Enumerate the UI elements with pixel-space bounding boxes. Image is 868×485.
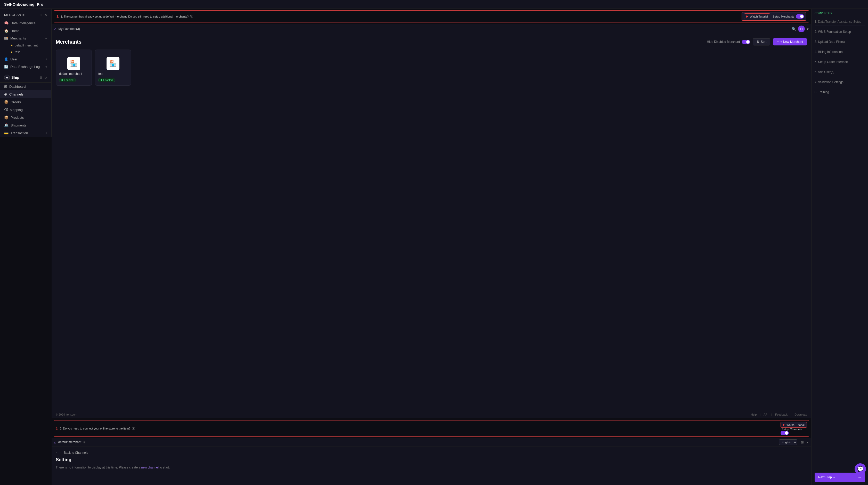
right-panel-step-7[interactable]: 7. Validation Settings	[815, 78, 865, 86]
footer-link-api[interactable]: API	[764, 413, 768, 416]
sidebar-item-dashboard[interactable]: ⊞ Dashboard	[0, 83, 51, 90]
sidebar-item-label: Mapping	[10, 108, 23, 112]
sidebar-sub-default-merchant[interactable]: ★ default merchant	[0, 42, 51, 49]
new-merchant-button[interactable]: + + New Merchant	[773, 38, 807, 46]
sidebar-merchants-header: MERCHANTS ⊞ ✕	[0, 11, 51, 19]
transaction-icon: 💳	[4, 131, 8, 135]
expand-icon[interactable]: ▷	[44, 76, 47, 80]
language-selector[interactable]: English	[779, 439, 797, 445]
back-to-channels-link[interactable]: ← ← Back to Channels	[56, 451, 807, 455]
footer-link-feedback[interactable]: Feedback	[775, 413, 787, 416]
sidebar-item-data-intelligence[interactable]: 🧠 Data Intelligence	[0, 19, 51, 27]
sidebar-item-orders[interactable]: 📦 Orders	[0, 98, 51, 106]
merchants-section: 1. 1. The system has already set up a de…	[52, 9, 811, 419]
watch-tutorial-channels-btn[interactable]: ▶ Watch Tutorial	[780, 422, 807, 428]
merchants-actions: Hide Disabled Merchant ⇅ Sort + + New Me…	[707, 38, 807, 46]
step-4-label: 4. Billing Information	[815, 50, 843, 54]
channels-empty-text: There is no information to display at th…	[56, 466, 140, 469]
sidebar-item-data-exchange-header[interactable]: 🔄 Data Exchange Log +	[0, 63, 51, 70]
grid-view-icon[interactable]: ⊞	[40, 76, 42, 80]
channels-nav-icon-1[interactable]: ⊞	[801, 440, 804, 444]
sort-button[interactable]: ⇅ Sort	[753, 38, 770, 46]
avatar-dropdown-icon[interactable]: ▾	[807, 27, 809, 31]
nav-breadcrumb: My Favorites(3)	[58, 27, 80, 31]
channels-toggle[interactable]	[780, 431, 789, 435]
footer-link-help[interactable]: Help	[751, 413, 757, 416]
sidebar-item-mapping[interactable]: 🗺 Mapping	[0, 106, 51, 114]
orders-icon: 📦	[4, 100, 8, 104]
footer-sep-3: |	[790, 413, 792, 416]
add-user-icon[interactable]: +	[45, 57, 47, 61]
ship-header-icons[interactable]: ⊞ ▷	[40, 76, 47, 80]
right-panel-step-8[interactable]: 8. Training	[815, 88, 865, 96]
merchant-card-menu-icon[interactable]: ⋯	[85, 53, 89, 57]
right-panel-completed-label: COMPLETED	[815, 12, 865, 15]
sidebar-sub-test[interactable]: ★ test	[0, 49, 51, 56]
sidebar-item-user-header[interactable]: 👤 User +	[0, 56, 51, 63]
enabled-label: Enabled	[103, 79, 113, 82]
merchant-card-default[interactable]: ⋯ 🏪 default merchant Enabled	[56, 50, 92, 86]
plus-icon: +	[777, 40, 779, 44]
dashboard-icon: ⊞	[4, 84, 7, 88]
right-panel-step-5[interactable]: 5. Setup Order Interface	[815, 58, 865, 66]
sidebar-item-label: Products	[10, 116, 24, 119]
sidebar-item-label: Dashboard	[9, 85, 26, 88]
sidebar-item-label: Shipments	[10, 123, 26, 127]
footer-link-download[interactable]: Download	[795, 413, 807, 416]
sidebar-header-icons[interactable]: ⊞ ✕	[39, 13, 47, 17]
alert-info-icon: ⓘ	[190, 14, 193, 19]
sidebar-item-shipments[interactable]: 🚢 Shipments	[0, 121, 51, 129]
sidebar-item-label: Home	[10, 29, 20, 33]
merchant-card-menu-icon[interactable]: ⋯	[124, 53, 128, 57]
channels-empty-suffix: to start.	[159, 466, 170, 469]
right-panel-step-4[interactable]: 4. Billing Information	[815, 48, 865, 56]
grid-icon[interactable]: ⊞	[39, 13, 42, 17]
add-data-exchange-icon[interactable]: +	[45, 65, 47, 69]
mapping-icon: 🗺	[4, 108, 8, 112]
alert-left: 1. 1. The system has already set up a de…	[57, 14, 193, 19]
merchants-footer: © 2024 item.com Help | API | Feedback | …	[52, 411, 811, 418]
new-channel-link[interactable]: new channel	[142, 466, 159, 469]
merchant-card-test[interactable]: ⋯ 🏪 test Enabled	[95, 50, 131, 86]
merchant-cards-container: ⋯ 🏪 default merchant Enabled	[56, 50, 807, 86]
merchants-title-row: Merchants Hide Disabled Merchant ⇅ Sort	[56, 38, 807, 46]
app-wrapper: Self-Onboarding: Pro MERCHANTS ⊞ ✕ 🧠 Dat…	[0, 0, 868, 485]
nav-home-icon[interactable]: ⌂	[54, 27, 56, 31]
nav-avatar[interactable]: TT	[798, 26, 805, 32]
merchants-main-content: Merchants Hide Disabled Merchant ⇅ Sort	[52, 34, 811, 411]
sidebar-merchants-left: 🏬 Merchants	[4, 36, 26, 40]
sidebar-item-merchants-header[interactable]: 🏬 Merchants −	[0, 35, 51, 42]
merchants-title: Merchants	[56, 39, 82, 45]
collapse-merchants-icon[interactable]: −	[45, 36, 47, 40]
sort-icon: ⇅	[756, 40, 759, 44]
play-icon: ▶	[746, 15, 748, 18]
right-panel-step-3[interactable]: 3. Upload Data File(s)	[815, 38, 865, 46]
sidebar-sub-label: test	[15, 50, 20, 54]
transaction-add-icon[interactable]: +	[45, 132, 47, 135]
channels-nav-icon-2[interactable]: ▾	[807, 440, 809, 444]
sidebar-item-products[interactable]: 📦 Products	[0, 114, 51, 121]
sidebar-item-label: Channels	[9, 92, 24, 96]
hide-disabled-switch[interactable]	[742, 40, 750, 44]
footer-sep-2: |	[771, 413, 772, 416]
merchants-toggle[interactable]	[796, 14, 804, 19]
sidebar-item-home[interactable]: 🏠 Home	[0, 27, 51, 35]
right-panel-step-6[interactable]: 6. Add User(s)	[815, 68, 865, 76]
step-7-label: 7. Validation Settings	[815, 80, 843, 84]
channels-nav-home-icon[interactable]: ⌂	[54, 440, 56, 444]
sidebar-user-left: 👤 User	[4, 57, 17, 61]
content-area: MERCHANTS ⊞ ✕ 🧠 Data Intelligence 🏠 Home	[0, 9, 868, 485]
collapse-icon[interactable]: ✕	[44, 13, 47, 17]
user-icon: 👤	[4, 57, 8, 61]
data-intelligence-icon: 🧠	[4, 21, 8, 25]
right-panel-step-2[interactable]: 2. WMS Foundation Setup	[815, 28, 865, 36]
merchant-card-icon: 🏪	[67, 57, 80, 70]
right-panel-step-1[interactable]: 1. Data Transfer Assistance Setup	[815, 18, 865, 26]
watch-tutorial-merchants-btn[interactable]: ▶ Watch Tutorial	[744, 13, 770, 19]
play-icon: ▶	[783, 423, 785, 426]
ship-logo: ⊕ Ship	[4, 75, 19, 80]
sidebar-item-channels[interactable]: ⊕ Channels	[0, 90, 51, 98]
sidebar-item-transaction[interactable]: 💳 Transaction +	[0, 129, 51, 137]
footer-copyright: © 2024 item.com	[56, 413, 77, 416]
nav-search-icon[interactable]: 🔍	[792, 27, 796, 31]
